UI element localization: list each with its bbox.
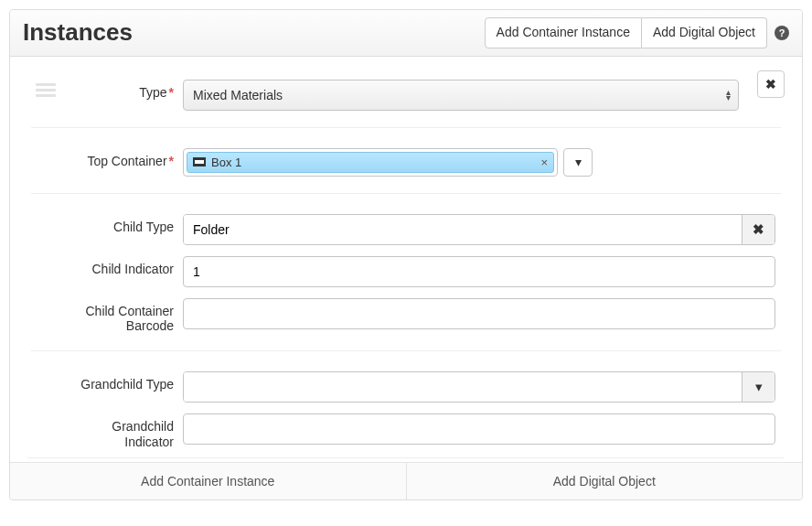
child-barcode-label: Child Container Barcode: [64, 298, 183, 335]
row-grandchild-indicator: Grandchild Indicator: [27, 408, 785, 456]
row-child-type: Child Type ✖: [27, 209, 785, 251]
required-marker: *: [169, 85, 174, 100]
child-barcode-input[interactable]: [183, 298, 775, 329]
row-child-indicator: Child Indicator: [27, 251, 785, 293]
required-marker: *: [169, 154, 174, 168]
instance-card: ✖ Type* Mixed Materials: [27, 70, 785, 458]
help-icon[interactable]: ?: [775, 26, 789, 40]
panel-title: Instances: [23, 18, 133, 47]
child-type-input[interactable]: [184, 215, 742, 244]
top-container-input: Box 1 × ▾: [183, 148, 775, 177]
container-icon: [193, 157, 206, 166]
clear-child-type-button[interactable]: ✖: [742, 215, 775, 244]
child-indicator-label: Child Indicator: [64, 256, 183, 276]
type-select[interactable]: Mixed Materials: [183, 80, 739, 111]
top-container-token: Box 1 ×: [187, 152, 554, 173]
grandchild-type-dropdown-button[interactable]: ▾: [742, 372, 775, 402]
instances-panel: Instances Add Container Instance Add Dig…: [9, 9, 803, 500]
panel-header: Instances Add Container Instance Add Dig…: [10, 10, 802, 57]
top-container-token-box[interactable]: Box 1 ×: [183, 148, 558, 177]
child-indicator-input[interactable]: [183, 256, 775, 287]
type-label: Type*: [64, 80, 183, 100]
grandchild-indicator-input[interactable]: [183, 413, 775, 445]
footer-add-digital-object-button[interactable]: Add Digital Object: [406, 463, 803, 499]
chevron-down-icon: ▾: [755, 379, 763, 395]
row-type: Type* Mixed Materials: [27, 74, 785, 116]
add-digital-object-button[interactable]: Add Digital Object: [642, 17, 767, 48]
close-icon: ✖: [753, 221, 764, 238]
divider: [31, 193, 781, 194]
top-container-token-label: Box 1: [211, 156, 241, 169]
row-grandchild-type: Grandchild Type ▾: [27, 366, 785, 408]
panel-body: ✖ Type* Mixed Materials: [10, 57, 802, 462]
grandchild-indicator-label: Grandchild Indicator: [64, 413, 183, 450]
row-top-container: Top Container* Box 1 × ▾: [27, 143, 785, 182]
grandchild-type-combobox: ▾: [183, 371, 775, 403]
panel-footer: Add Container Instance Add Digital Objec…: [10, 462, 802, 499]
grandchild-type-input[interactable]: [184, 372, 742, 402]
header-actions: Add Container Instance Add Digital Objec…: [485, 17, 789, 48]
top-container-dropdown-button[interactable]: ▾: [563, 148, 593, 177]
row-child-barcode: Child Container Barcode: [27, 293, 785, 340]
type-select-value: Mixed Materials: [193, 88, 283, 102]
add-container-instance-button[interactable]: Add Container Instance: [485, 17, 642, 48]
footer-add-container-instance-button[interactable]: Add Container Instance: [10, 463, 406, 499]
divider: [31, 127, 781, 128]
close-icon: ✖: [765, 77, 776, 91]
remove-token-icon[interactable]: ×: [540, 156, 548, 169]
child-type-combobox: ✖: [183, 214, 775, 245]
top-container-label: Top Container*: [64, 148, 183, 168]
divider: [31, 350, 781, 351]
chevron-updown-icon: [726, 90, 731, 101]
chevron-down-icon: ▾: [575, 155, 582, 169]
remove-instance-button[interactable]: ✖: [757, 70, 785, 98]
child-type-label: Child Type: [64, 214, 183, 234]
header-button-group: Add Container Instance Add Digital Objec…: [485, 17, 767, 48]
drag-handle-icon[interactable]: [36, 83, 56, 97]
grandchild-type-label: Grandchild Type: [64, 371, 183, 392]
